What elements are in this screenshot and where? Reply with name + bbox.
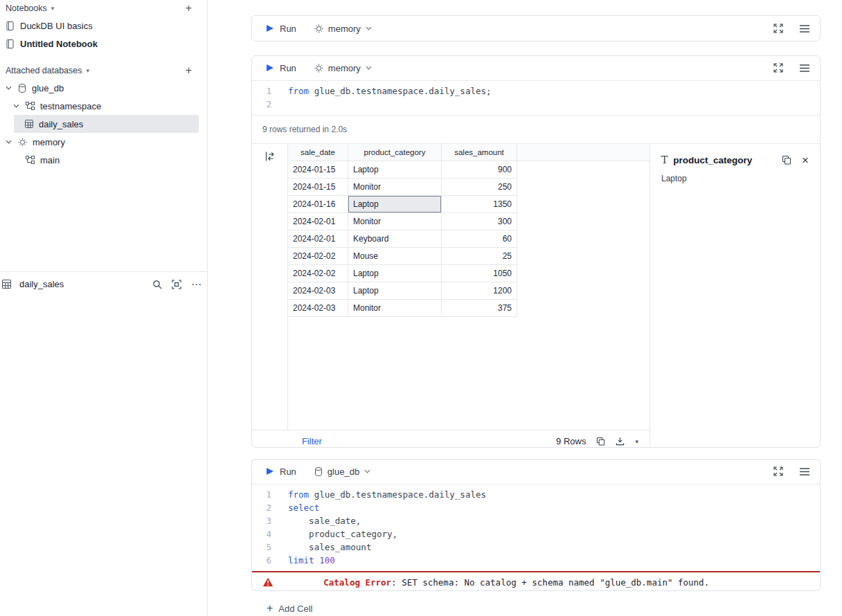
sql-cell-1: Run memory (251, 15, 821, 42)
tree-item-main[interactable]: main (0, 151, 207, 169)
more-options-icon[interactable]: ⋯ (191, 279, 201, 289)
cell-sales-amount[interactable]: 25 (442, 248, 517, 265)
tree-item-glue-db[interactable]: glue_db (0, 79, 207, 97)
cell-product-category[interactable]: Mouse (348, 248, 442, 265)
play-icon (267, 468, 274, 475)
cell-sales-amount[interactable]: 900 (442, 161, 517, 179)
cell-sales-amount[interactable]: 375 (442, 300, 517, 317)
cell-sale-date[interactable]: 2024-01-16 (288, 196, 348, 213)
sidebar-item-notebook-active[interactable]: Untitled Notebook (0, 35, 207, 53)
expand-cell-icon[interactable] (773, 63, 783, 73)
download-options-caret-icon[interactable]: ▾ (635, 438, 638, 445)
notebook-main: Run memory (208, 0, 842, 616)
inspect-table-icon[interactable] (172, 280, 181, 289)
copy-results-icon[interactable] (596, 437, 605, 446)
cell-product-category[interactable]: Monitor (348, 300, 442, 317)
sidebar-empty-area (0, 296, 207, 616)
copy-value-icon[interactable] (782, 155, 791, 165)
inspector-column-name: product_category (673, 155, 752, 165)
cell-product-category[interactable]: Laptop (348, 282, 442, 300)
run-button[interactable]: Run (267, 24, 296, 34)
cell-product-category[interactable]: Monitor (348, 213, 442, 230)
cell-product-category[interactable]: Laptop (348, 161, 442, 179)
row-spacer (517, 248, 650, 265)
cell-menu-icon[interactable] (800, 25, 809, 33)
results-panel: sale_date product_category sales_amount … (252, 144, 820, 448)
tree-item-daily-sales[interactable]: daily_sales (14, 115, 199, 133)
cell-sale-date[interactable]: 2024-02-03 (288, 282, 348, 300)
cell-toolbar: Run glue_db (252, 460, 820, 484)
database-selector-label: glue_db (328, 466, 359, 477)
cell-product-category[interactable]: Keyboard (348, 230, 442, 248)
column-header-product-category[interactable]: product_category (348, 144, 442, 161)
cell-sales-amount[interactable]: 1050 (442, 265, 517, 282)
column-header-spacer (517, 144, 650, 161)
row-spacer (517, 230, 650, 248)
cell-sales-amount[interactable]: 60 (442, 230, 517, 248)
play-icon (267, 25, 274, 32)
cell-sale-date[interactable]: 2024-01-15 (288, 179, 348, 196)
search-icon[interactable] (152, 280, 162, 289)
row-spacer (517, 213, 650, 230)
run-button[interactable]: Run (267, 63, 296, 73)
cell-sale-date[interactable]: 2024-01-15 (288, 161, 348, 179)
notebook-icon (6, 21, 14, 30)
row-spacer (517, 282, 650, 300)
caret-down-icon: ▾ (51, 5, 55, 12)
sql-editor[interactable]: 1 from glue_db.testnamespace.daily_sales… (252, 484, 820, 571)
cell-sale-date[interactable]: 2024-02-01 (288, 230, 348, 248)
cell-sale-date[interactable]: 2024-02-01 (288, 213, 348, 230)
run-label: Run (280, 63, 296, 73)
add-cell-button[interactable]: + Add Cell (267, 601, 821, 616)
databases-section-header[interactable]: Attached databases ▾ + (0, 62, 207, 79)
add-notebook-button[interactable]: + (186, 3, 192, 14)
sidebar-item-notebook[interactable]: DuckDB UI basics (0, 17, 207, 35)
error-text: Catalog Error: SET schema: No catalog + … (323, 577, 709, 588)
run-button[interactable]: Run (267, 466, 296, 477)
close-inspector-icon[interactable]: × (802, 154, 809, 166)
cell-sale-date[interactable]: 2024-02-03 (288, 300, 348, 317)
sql-editor[interactable]: 1 from glue_db.testnamespace.daily_sales… (252, 81, 820, 116)
table-row: 2024-02-02 Laptop 1050 (288, 265, 650, 282)
schema-icon (26, 156, 35, 164)
database-selector[interactable]: memory (314, 24, 372, 34)
cell-sales-amount[interactable]: 1200 (442, 282, 517, 300)
code-line: from glue_db.testnamespace.daily_sales; (271, 84, 492, 98)
cell-product-category[interactable]: Monitor (348, 179, 442, 196)
tree-item-testnamespace[interactable]: testnamespace (0, 97, 207, 115)
download-results-icon[interactable] (616, 437, 625, 446)
cell-menu-icon[interactable] (800, 64, 809, 72)
transpose-icon[interactable] (265, 151, 276, 430)
column-header-sale-date[interactable]: sale_date (288, 144, 348, 161)
column-header-sales-amount[interactable]: sales_amount (442, 144, 517, 161)
preview-table-title: daily_sales (19, 279, 64, 289)
line-number: 5 (252, 541, 271, 554)
cell-sales-amount[interactable]: 1350 (442, 196, 517, 213)
database-selector[interactable]: memory (314, 63, 372, 73)
row-spacer (517, 179, 650, 196)
chevron-down-icon (364, 469, 370, 473)
sidebar: Notebooks ▾ + DuckDB UI basics Untitled … (0, 0, 208, 616)
expand-cell-icon[interactable] (773, 466, 783, 476)
inspector-value: Laptop (661, 174, 809, 183)
attach-database-button[interactable]: + (186, 65, 192, 76)
cell-product-category-selected[interactable]: Laptop (348, 196, 442, 213)
cell-toolbar: Run memory (252, 56, 820, 81)
tree-item-memory[interactable]: memory (0, 133, 207, 151)
database-selector[interactable]: glue_db (314, 466, 370, 477)
cell-sale-date[interactable]: 2024-02-02 (288, 248, 348, 265)
row-spacer (517, 300, 650, 317)
results-gutter (252, 144, 288, 430)
notebooks-section-header[interactable]: Notebooks ▾ + (0, 0, 207, 17)
cell-sales-amount[interactable]: 300 (442, 213, 517, 230)
cell-sales-amount[interactable]: 250 (442, 179, 517, 196)
cell-menu-icon[interactable] (800, 468, 809, 475)
cell-product-category[interactable]: Laptop (348, 265, 442, 282)
caret-down-icon: ▾ (87, 67, 90, 74)
results-table-area: sale_date product_category sales_amount … (252, 144, 650, 448)
cell-sale-date[interactable]: 2024-02-02 (288, 265, 348, 282)
tree-item-label: memory (33, 137, 65, 147)
expand-cell-icon[interactable] (773, 24, 783, 33)
table-row: 2024-02-02 Mouse 25 (288, 248, 650, 265)
filter-button[interactable]: Filter (302, 436, 322, 446)
